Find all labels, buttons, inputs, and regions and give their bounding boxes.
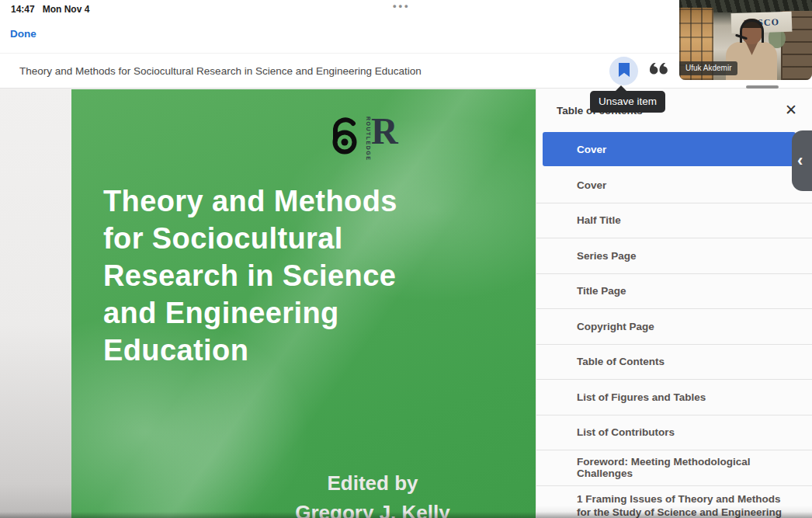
- toc-list: CoverCoverHalf TitleSeries PageTitle Pag…: [536, 132, 812, 518]
- toc-item[interactable]: Table of Contents: [536, 344, 812, 380]
- close-icon[interactable]: ✕: [782, 101, 800, 120]
- publisher-logos: ROUTLEDGE R: [328, 114, 398, 161]
- toc-item[interactable]: List of Figures and Tables: [536, 379, 812, 415]
- routledge-vertical-text: ROUTLEDGE: [366, 116, 371, 161]
- toc-item-label: Foreword: Meeting Methodological Challen…: [577, 456, 793, 479]
- toc-header: Table of contents ✕: [536, 89, 812, 132]
- headset-icon: [740, 19, 764, 43]
- routledge-logo: ROUTLEDGE R: [366, 114, 398, 161]
- cover-title: Theory and Methodsfor SocioculturalResea…: [103, 183, 397, 369]
- toc-item-label: Series Page: [577, 250, 637, 262]
- done-button[interactable]: Done: [10, 28, 36, 40]
- cover-title-line: for Sociocultural: [103, 220, 397, 257]
- chevron-left-icon: ‹: [797, 152, 803, 169]
- clock-time: 14:47: [11, 4, 35, 15]
- participant-name-label: Ufuk Akdemir: [679, 61, 737, 75]
- cover-title-line: Research in Science: [103, 257, 397, 294]
- toc-item-label: Half Title: [577, 214, 621, 226]
- toc-item[interactable]: Cover: [543, 132, 796, 166]
- video-call-overlay[interactable]: EBSCO Ufuk Akdemir: [679, 0, 812, 80]
- toc-item[interactable]: Foreword: Meeting Methodological Challen…: [536, 450, 812, 485]
- cover-editor-block: Edited by Gregory J. Kelly: [272, 471, 474, 518]
- toc-item[interactable]: Title Page: [536, 273, 812, 309]
- status-time-date: 14:47Mon Nov 4: [11, 4, 89, 15]
- editor-name: Gregory J. Kelly: [272, 501, 474, 518]
- toc-item-label: Cover: [577, 144, 606, 155]
- toc-item-label: List of Figures and Tables: [577, 391, 706, 403]
- document-title: Theory and Methods for Sociocultural Res…: [19, 54, 422, 89]
- reader-content-area: ROUTLEDGE R Theory and Methodsfor Socioc…: [0, 89, 536, 518]
- open-access-icon: [328, 114, 360, 159]
- toc-item[interactable]: List of Contributors: [536, 415, 812, 450]
- video-drag-handle[interactable]: [746, 85, 779, 89]
- edited-by-label: Edited by: [272, 471, 474, 495]
- table-of-contents-panel: Table of contents ✕ CoverCoverHalf Title…: [536, 89, 812, 518]
- toc-item[interactable]: Copyright Page: [536, 308, 812, 344]
- date-label: Mon Nov 4: [43, 4, 90, 15]
- toc-item[interactable]: Series Page: [536, 238, 812, 273]
- toc-item-label: Title Page: [577, 285, 626, 297]
- panel-collapse-handle[interactable]: ‹: [792, 130, 812, 191]
- cover-title-line: Education: [103, 332, 397, 369]
- toc-item[interactable]: Cover: [536, 167, 812, 203]
- toc-item-label: Cover: [577, 179, 606, 191]
- toc-item[interactable]: Half Title: [536, 203, 812, 238]
- bookmark-icon: [619, 63, 630, 80]
- cover-title-line: and Engineering: [103, 294, 397, 332]
- more-dots-icon[interactable]: •••: [393, 0, 411, 12]
- toc-item[interactable]: 1 Framing Issues of Theory and Methods f…: [536, 485, 812, 518]
- toc-item-label: Copyright Page: [577, 321, 654, 332]
- toc-item-label: List of Contributors: [577, 426, 675, 438]
- toc-item-label: 1 Framing Issues of Theory and Methods f…: [577, 492, 793, 518]
- quote-icon: [649, 67, 669, 80]
- routledge-r-glyph: R: [371, 114, 398, 148]
- book-cover: ROUTLEDGE R Theory and Methodsfor Socioc…: [71, 89, 536, 518]
- unsave-tooltip: Unsave item: [590, 91, 665, 113]
- save-bookmark-button[interactable]: [609, 57, 638, 85]
- app-window: 14:47Mon Nov 4 ••• Done Theory and Metho…: [0, 0, 812, 518]
- cite-quote-button[interactable]: [649, 62, 669, 78]
- cover-title-line: Theory and Methods: [103, 183, 397, 220]
- toc-item-label: Table of Contents: [577, 356, 665, 367]
